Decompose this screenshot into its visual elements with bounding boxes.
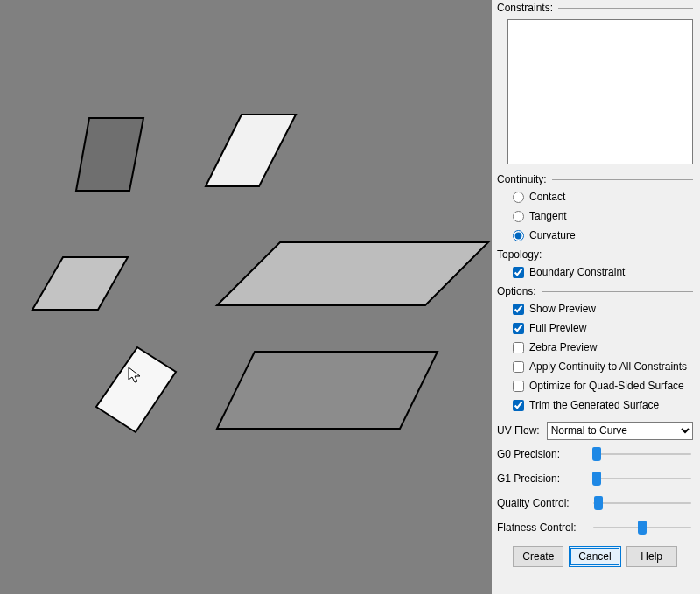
surface-shape[interactable] xyxy=(217,352,438,429)
optimize-quad-checkbox[interactable]: Optimize for Quad-Sided Surface xyxy=(513,376,693,395)
cancel-button[interactable]: Cancel xyxy=(569,546,620,567)
radio-label: Contact xyxy=(529,191,565,203)
continuity-curvature-radio[interactable]: Curvature xyxy=(513,226,693,245)
section-label: Options: xyxy=(497,285,536,297)
checkbox-label: Trim the Generated Surface xyxy=(529,399,659,411)
section-label: Constraints: xyxy=(497,2,553,14)
surface-shape[interactable] xyxy=(96,347,176,432)
continuity-contact-radio[interactable]: Contact xyxy=(513,187,693,206)
uvflow-select[interactable]: Normal to Curve xyxy=(547,422,693,440)
checkbox-label: Apply Continuity to All Constraints xyxy=(529,360,687,373)
constraints-listbox[interactable] xyxy=(508,19,693,164)
options-header: Options: xyxy=(497,285,693,297)
checkbox-label: Optimize for Quad-Sided Surface xyxy=(529,380,684,392)
g1-precision-slider[interactable] xyxy=(592,470,693,487)
flatness-control-label: Flatness Control: xyxy=(497,521,588,534)
surface-shape[interactable] xyxy=(206,115,296,186)
zebra-preview-checkbox[interactable]: Zebra Preview xyxy=(513,338,693,357)
checkbox-label: Zebra Preview xyxy=(529,341,597,353)
topology-header: Topology: xyxy=(497,248,693,261)
quality-control-slider[interactable] xyxy=(592,494,693,512)
viewport-3d[interactable] xyxy=(0,0,492,594)
continuity-header: Continuity: xyxy=(497,173,693,185)
section-label: Topology: xyxy=(497,248,542,261)
apply-continuity-checkbox[interactable]: Apply Continuity to All Constraints xyxy=(513,357,693,376)
g1-precision-label: G1 Precision: xyxy=(497,472,588,485)
trim-generated-checkbox[interactable]: Trim the Generated Surface xyxy=(513,395,693,415)
section-label: Continuity: xyxy=(497,173,547,185)
surface-shape[interactable] xyxy=(32,257,128,310)
quality-control-label: Quality Control: xyxy=(497,497,588,509)
create-button[interactable]: Create xyxy=(513,546,564,567)
g0-precision-label: G0 Precision: xyxy=(497,448,588,460)
surface-shape[interactable] xyxy=(76,118,144,191)
constraints-header: Constraints: xyxy=(497,2,693,14)
continuity-tangent-radio[interactable]: Tangent xyxy=(513,206,693,226)
flatness-control-slider[interactable] xyxy=(592,519,693,536)
radio-label: Curvature xyxy=(529,229,576,241)
checkbox-label: Show Preview xyxy=(529,303,596,315)
radio-label: Tangent xyxy=(529,210,567,222)
g0-precision-slider[interactable] xyxy=(592,445,693,463)
help-button[interactable]: Help xyxy=(626,546,677,567)
full-preview-checkbox[interactable]: Full Preview xyxy=(513,318,693,338)
surface-shape[interactable] xyxy=(217,242,488,305)
checkbox-label: Boundary Constraint xyxy=(529,266,625,278)
show-preview-checkbox[interactable]: Show Preview xyxy=(513,299,693,318)
checkbox-label: Full Preview xyxy=(529,322,586,334)
options-panel: Constraints: Continuity: Contact Tangent… xyxy=(492,0,700,594)
uvflow-label: UV Flow: xyxy=(497,424,540,437)
boundary-constraint-checkbox[interactable]: Boundary Constraint xyxy=(513,262,693,282)
